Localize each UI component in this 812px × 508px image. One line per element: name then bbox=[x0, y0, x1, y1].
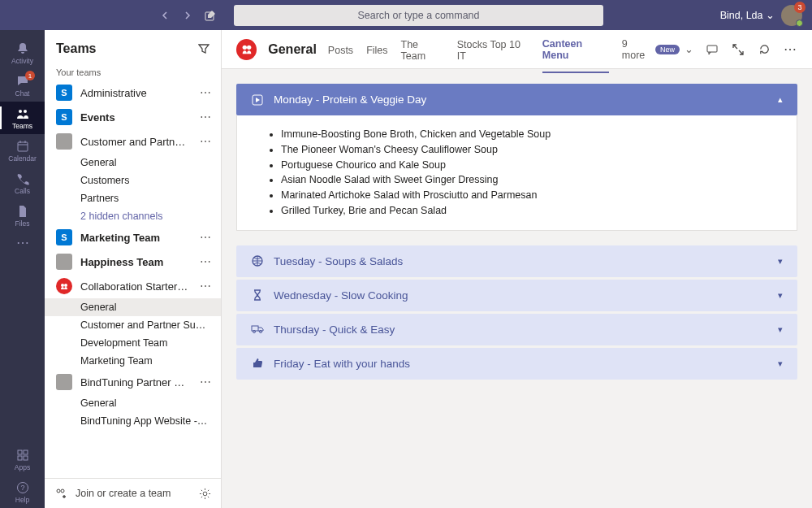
accordion-thursday[interactable]: Thursday - Quick & Easy ▾ bbox=[236, 314, 797, 345]
teams-icon bbox=[15, 106, 30, 121]
channel-general[interactable]: General bbox=[45, 154, 221, 172]
svg-rect-8 bbox=[24, 450, 28, 454]
join-team-icon bbox=[54, 487, 67, 500]
app-rail: Activity 1 Chat Teams Calendar Calls Fil… bbox=[0, 30, 45, 508]
avatar[interactable]: 3 bbox=[781, 5, 802, 26]
team-happiness[interactable]: Happiness Team ⋯ bbox=[45, 250, 221, 274]
chevron-up-icon: ▴ bbox=[778, 94, 783, 105]
channel-partners[interactable]: Partners bbox=[45, 189, 221, 207]
channel-bt-app[interactable]: BindTuning App Website - Excl… bbox=[45, 412, 221, 430]
channel-marketing[interactable]: Marketing Team bbox=[45, 352, 221, 370]
tab-conversation-button[interactable] bbox=[705, 42, 719, 57]
more-button[interactable]: ⋯ bbox=[783, 42, 797, 57]
reload-button[interactable] bbox=[757, 42, 771, 57]
forward-button[interactable] bbox=[179, 7, 197, 24]
team-administrative[interactable]: S Administrative ⋯ bbox=[45, 80, 221, 105]
accordion-wednesday[interactable]: Wednesday - Slow Cooking ▾ bbox=[236, 280, 797, 311]
team-marketing[interactable]: S Marketing Team ⋯ bbox=[45, 225, 221, 250]
search-input[interactable]: Search or type a command bbox=[234, 5, 603, 26]
hidden-channels-link[interactable]: 2 hidden channels bbox=[45, 207, 221, 225]
svg-rect-23 bbox=[252, 326, 258, 331]
bell-icon bbox=[15, 41, 30, 56]
expand-button[interactable] bbox=[731, 42, 745, 57]
settings-button[interactable] bbox=[199, 488, 211, 500]
chevron-down-icon: ▾ bbox=[778, 358, 783, 369]
channel-tabs: Posts Files The Team Stocks Top 10 IT Ca… bbox=[328, 26, 693, 73]
rail-files[interactable]: Files bbox=[0, 199, 45, 232]
menu-item: Asian Noodle Salad with Sweet Ginger Dre… bbox=[281, 172, 782, 188]
svg-rect-7 bbox=[18, 450, 22, 454]
team-events[interactable]: S Events ⋯ bbox=[45, 105, 221, 129]
rail-more[interactable]: ⋯ bbox=[16, 235, 29, 250]
team-more[interactable]: ⋯ bbox=[198, 255, 213, 268]
history-nav bbox=[156, 7, 219, 24]
menu-item: Immune-Boosting Bone Broth, Chicken and … bbox=[281, 127, 782, 142]
accordion-body-monday: Immune-Boosting Bone Broth, Chicken and … bbox=[236, 115, 797, 231]
join-create-team[interactable]: Join or create a team bbox=[76, 488, 171, 499]
rail-help[interactable]: ? Help bbox=[0, 475, 45, 508]
accordion-monday[interactable]: Monday - Protein & Veggie Day ▴ bbox=[236, 84, 797, 115]
menu-item: Portuguese Chourico and Kale Soup bbox=[281, 158, 782, 173]
back-button[interactable] bbox=[156, 7, 174, 24]
rail-activity[interactable]: Activity bbox=[0, 37, 45, 69]
team-more[interactable]: ⋯ bbox=[198, 376, 213, 389]
channel-name: General bbox=[268, 42, 317, 57]
svg-point-19 bbox=[247, 45, 251, 49]
channel-general-bt[interactable]: General bbox=[45, 394, 221, 412]
team-more[interactable]: ⋯ bbox=[198, 111, 213, 124]
svg-rect-3 bbox=[18, 142, 28, 151]
tab-stocks[interactable]: Stocks Top 10 IT bbox=[457, 27, 529, 72]
team-bindtuning[interactable]: BindTuning Partner Cent… ⋯ bbox=[45, 370, 221, 394]
tab-canteen-menu[interactable]: Canteen Menu bbox=[542, 26, 609, 73]
channel-general-current[interactable]: General bbox=[45, 298, 221, 316]
svg-point-15 bbox=[57, 489, 60, 493]
channel-customers[interactable]: Customers bbox=[45, 172, 221, 189]
teams-sidebar: Teams Your teams S Administrative ⋯ S Ev… bbox=[45, 30, 222, 508]
team-customer-partner[interactable]: Customer and Partner Su… ⋯ bbox=[45, 129, 221, 154]
channel-devteam[interactable]: Development Team bbox=[45, 334, 221, 352]
svg-point-17 bbox=[203, 492, 207, 496]
channel-avatar bbox=[236, 39, 257, 60]
tab-the-team[interactable]: The Team bbox=[401, 27, 444, 72]
team-avatar bbox=[56, 254, 72, 270]
svg-point-14 bbox=[64, 284, 67, 287]
rail-calendar[interactable]: Calendar bbox=[0, 134, 45, 167]
team-more[interactable]: ⋯ bbox=[198, 231, 213, 244]
svg-point-13 bbox=[61, 284, 64, 287]
compose-button[interactable] bbox=[201, 7, 219, 24]
channel-cps[interactable]: Customer and Partner Success bbox=[45, 316, 221, 334]
svg-point-1 bbox=[19, 110, 22, 113]
svg-point-2 bbox=[24, 110, 27, 113]
rail-calls[interactable]: Calls bbox=[0, 167, 45, 199]
rail-teams[interactable]: Teams bbox=[0, 102, 45, 134]
hourglass-icon bbox=[251, 289, 264, 301]
menu-item: The Pioneer Woman's Cheesy Cauliflower S… bbox=[281, 142, 782, 158]
phone-icon bbox=[15, 172, 30, 186]
sidebar-title: Teams bbox=[56, 41, 97, 56]
play-icon bbox=[251, 94, 264, 106]
notification-badge: 3 bbox=[794, 2, 806, 13]
tab-more[interactable]: 9 more New ⌄ bbox=[622, 38, 693, 61]
rail-chat[interactable]: 1 Chat bbox=[0, 69, 45, 102]
svg-point-18 bbox=[242, 45, 246, 49]
new-pill: New bbox=[655, 45, 680, 54]
user-menu[interactable]: Bind, Lda ⌄ bbox=[720, 9, 775, 21]
menu-item: Marinated Artichoke Salad with Prosciutt… bbox=[281, 188, 782, 203]
section-label: Your teams bbox=[45, 63, 221, 80]
chevron-down-icon: ⌄ bbox=[685, 43, 693, 55]
chevron-down-icon: ▾ bbox=[778, 290, 783, 301]
team-collab-kit[interactable]: Collaboration Starter Kit ⋯ bbox=[45, 274, 221, 298]
chat-badge: 1 bbox=[25, 71, 35, 80]
team-more[interactable]: ⋯ bbox=[198, 135, 213, 148]
accordion-friday[interactable]: Friday - Eat with your hands ▾ bbox=[236, 348, 797, 380]
tab-posts[interactable]: Posts bbox=[328, 33, 353, 67]
team-more[interactable]: ⋯ bbox=[198, 280, 213, 293]
filter-button[interactable] bbox=[198, 43, 209, 54]
tab-files[interactable]: Files bbox=[366, 33, 387, 67]
accordion-tuesday[interactable]: Tuesday - Soups & Salads ▾ bbox=[236, 245, 797, 277]
rail-apps[interactable]: Apps bbox=[0, 443, 45, 475]
apps-icon bbox=[15, 448, 30, 462]
presence-indicator bbox=[796, 20, 803, 27]
truck-icon bbox=[251, 324, 264, 334]
team-more[interactable]: ⋯ bbox=[198, 86, 213, 99]
